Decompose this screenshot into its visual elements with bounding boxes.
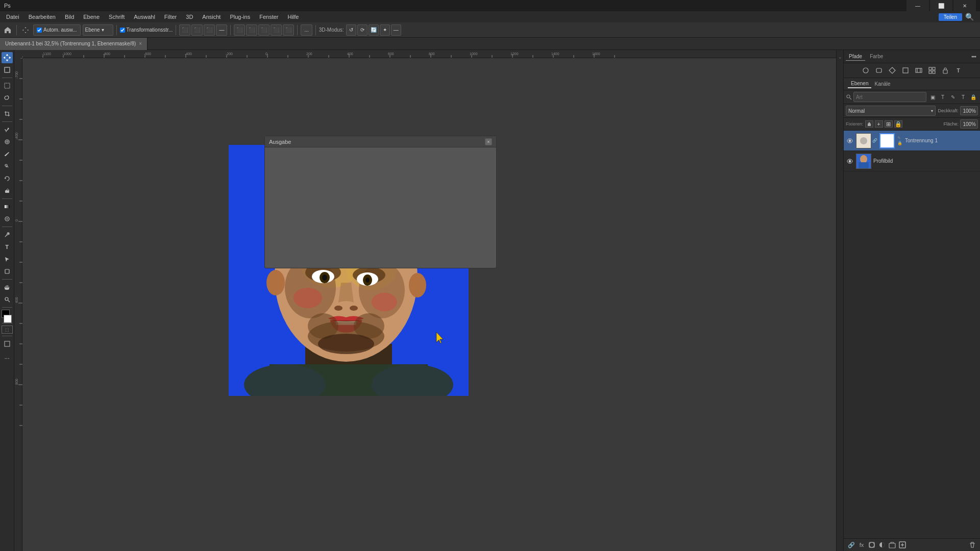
diamond-icon[interactable] [887,65,897,76]
lock-icon[interactable] [940,65,950,76]
blur-tool[interactable] [2,213,13,224]
3d-btn2[interactable]: ⟳ [357,24,368,36]
menu-datei[interactable]: Datei [2,13,23,21]
circle-shape-icon[interactable] [861,65,871,76]
history-brush-tool[interactable] [2,173,13,184]
move-tool-icon[interactable] [20,24,31,36]
document-tab[interactable]: Unbenannt-1 bei 32,5% (Tontrennung 1, Eb… [0,38,148,50]
menu-ebene[interactable]: Ebene [79,13,104,21]
zoom-tool[interactable] [2,294,13,305]
lock-move-btn[interactable]: + [875,120,883,128]
more-tools-btn[interactable]: ··· [2,353,13,364]
layer-action-btn3[interactable]: ✎ [948,92,958,102]
layer-action-btn1[interactable]: ▣ [928,92,937,102]
transformation-checkbox[interactable] [120,28,125,33]
menu-plugins[interactable]: Plug-ins [226,13,254,21]
align-left-btn[interactable]: ⬛ [179,24,190,36]
align-center-btn[interactable]: ⬛ [191,24,203,36]
layer-adjustment-btn[interactable] [877,540,887,549]
clone-stamp-tool[interactable] [2,161,13,172]
rounded-rect-icon[interactable] [874,65,884,76]
distribute-btn4[interactable]: ⬛ [271,24,282,36]
maximize-button[interactable]: ⬜ [930,0,952,11]
panel-strip-icon[interactable]: › [838,52,843,59]
minimize-button[interactable]: — [906,0,929,11]
blend-mode-dropdown[interactable]: Normal ▾ [846,106,936,116]
pen-tool[interactable] [2,229,13,240]
search-icon[interactable]: 🔍 [965,13,974,21]
auto-select-checkbox[interactable] [37,28,42,33]
film-icon[interactable] [914,65,924,76]
layers-search-input[interactable] [853,92,926,102]
3d-btn5[interactable]: — [391,24,401,36]
screen-mode-btn[interactable] [2,338,13,349]
distribute-btn3[interactable]: ⬛ [258,24,270,36]
lock-pixel-btn[interactable] [865,120,873,128]
dialog-close-btn[interactable]: × [485,138,492,145]
menu-bearbeiten[interactable]: Bearbeiten [24,13,60,21]
text-tool-icon[interactable]: T [953,65,964,76]
layer-visibility-tontrennung[interactable] [846,137,854,145]
menu-3d[interactable]: 3D [182,13,197,21]
path-selection-tool[interactable] [2,254,13,265]
hand-tool[interactable] [2,282,13,293]
healing-brush-tool[interactable] [2,136,13,147]
panel-action-1[interactable] [970,53,978,61]
farbe-tab[interactable]: Farbe [867,53,886,61]
artboard-tool[interactable] [2,64,13,76]
menu-ansicht[interactable]: Ansicht [198,13,225,21]
lock-all-btn[interactable]: 🔒 [894,120,902,128]
menu-schrift[interactable]: Schrift [105,13,129,21]
menu-fenster[interactable]: Fenster [255,13,282,21]
fill-input[interactable] [960,119,978,129]
tab-close-btn[interactable]: × [139,41,142,46]
panel-collapse-strip[interactable]: › [836,50,843,551]
move-tool[interactable] [2,52,13,63]
distribute-btn1[interactable]: ⬛ [234,24,245,36]
menu-filter[interactable]: Filter [160,13,181,21]
distribute-btn5[interactable]: ⬛ [283,24,294,36]
layer-action-btn2[interactable]: T [938,92,947,102]
layer-delete-btn[interactable] [968,540,977,549]
layers-tab[interactable]: Ebenen [848,80,871,88]
color-swatches[interactable] [2,310,13,321]
layer-fx-btn[interactable]: fx [857,540,866,549]
rectangular-marquee-tool[interactable] [2,80,13,91]
layer-link-btn[interactable]: 🔗 [847,540,856,549]
opacity-input[interactable] [960,106,978,115]
more-btn[interactable]: ... [301,24,312,36]
shape-tool[interactable] [2,266,13,277]
layer-visibility-profilbild[interactable] [846,157,854,165]
eyedropper-tool[interactable] [2,124,13,135]
home-icon[interactable] [2,24,13,36]
background-color[interactable] [4,315,12,323]
layer-mask-btn[interactable] [867,540,876,549]
distribute-btn2[interactable]: ⬛ [246,24,257,36]
layer-item-tontrennung[interactable]: 🔗 ✎ 🔒 Tontrennung 1 [844,131,980,151]
menu-auswahl[interactable]: Auswahl [130,13,159,21]
kanale-tab[interactable]: Kanäle [871,80,893,88]
layer-action-btn4[interactable]: T [959,92,968,102]
eraser-tool[interactable] [2,185,13,196]
menu-bild[interactable]: Bild [61,13,78,21]
gradient-tool[interactable] [2,201,13,212]
align-bottom-btn[interactable]: — [216,24,227,36]
layer-action-btn5[interactable]: 🔒 [969,92,978,102]
layer-item-profilbild[interactable]: Profilbild [844,151,980,171]
transformation-btn[interactable]: Transformationsstr... [120,27,173,33]
lasso-tool[interactable] [2,92,13,104]
ebene-dropdown[interactable]: Ebene ▾ [83,24,113,36]
lock-artboard-btn[interactable]: ⊞ [885,120,893,128]
brush-tool[interactable] [2,148,13,160]
auto-select-btn[interactable]: Autom. ausw... [33,24,81,36]
grid-icon[interactable] [927,65,937,76]
align-right-btn[interactable]: ⬛ [204,24,215,36]
3d-btn1[interactable]: ↺ [346,24,356,36]
layer-group-btn[interactable] [888,540,897,549]
pfade-tab[interactable]: Pfade [846,53,865,61]
layer-add-btn[interactable] [898,540,907,549]
square-icon[interactable] [900,65,911,76]
crop-tool[interactable] [2,108,13,119]
3d-btn4[interactable]: ✦ [380,24,390,36]
quick-mask-btn[interactable]: ⬚ [2,325,13,334]
